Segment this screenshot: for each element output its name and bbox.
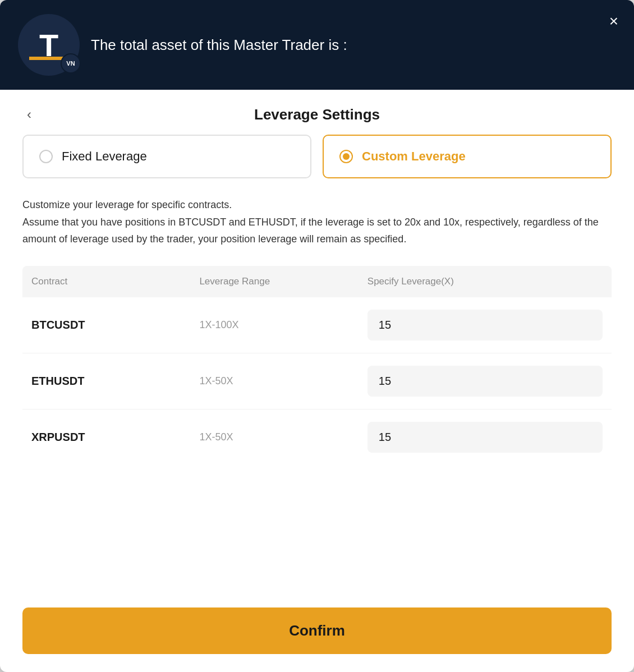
table-header: Contract Leverage Range Specify Leverage… xyxy=(22,266,612,297)
header-specify: Specify Leverage(X) xyxy=(367,276,603,287)
leverage-range: 1X-50X xyxy=(199,431,367,443)
page-title: Leverage Settings xyxy=(45,106,589,123)
leverage-settings-modal: T VN The total asset of this Master Trad… xyxy=(0,0,634,672)
confirm-button[interactable]: Confirm xyxy=(22,607,612,654)
radio-selected-dot xyxy=(343,153,350,160)
description-text: Customize your leverage for specific con… xyxy=(0,196,634,266)
modal-header: T VN The total asset of this Master Trad… xyxy=(0,0,634,90)
fixed-leverage-option[interactable]: Fixed Leverage xyxy=(22,135,311,178)
avatar-icon: T xyxy=(29,30,68,60)
xrpusdt-leverage-input[interactable] xyxy=(367,422,603,453)
close-button[interactable]: × xyxy=(607,11,621,31)
modal-content: ‹ Leverage Settings Fixed Leverage Custo… xyxy=(0,90,634,672)
header-range: Leverage Range xyxy=(199,276,367,287)
custom-leverage-option[interactable]: Custom Leverage xyxy=(323,135,612,178)
description-line2: Assume that you have positions in BTCUSD… xyxy=(22,217,599,245)
contract-name: BTCUSDT xyxy=(31,319,199,332)
title-bar: ‹ Leverage Settings xyxy=(0,90,634,135)
fixed-leverage-label: Fixed Leverage xyxy=(62,149,147,164)
vn-badge: VN xyxy=(61,53,81,73)
header-description: The total asset of this Master Trader is… xyxy=(91,36,616,54)
custom-leverage-radio[interactable] xyxy=(339,150,353,163)
leverage-range: 1X-100X xyxy=(199,319,367,331)
fixed-leverage-radio[interactable] xyxy=(39,150,53,163)
table-row: BTCUSDT 1X-100X xyxy=(22,297,612,353)
custom-leverage-label: Custom Leverage xyxy=(362,149,466,164)
contract-name: XRPUSDT xyxy=(31,431,199,444)
btcusdt-leverage-input[interactable] xyxy=(367,310,603,340)
back-button[interactable]: ‹ xyxy=(22,105,36,123)
options-row: Fixed Leverage Custom Leverage xyxy=(0,135,634,196)
leverage-range: 1X-50X xyxy=(199,375,367,387)
table-row: ETHUSDT 1X-50X xyxy=(22,353,612,409)
contract-name: ETHUSDT xyxy=(31,375,199,388)
table-row: XRPUSDT 1X-50X xyxy=(22,409,612,465)
leverage-table: Contract Leverage Range Specify Leverage… xyxy=(0,266,634,596)
avatar-container: T VN xyxy=(18,14,80,76)
ethusdt-leverage-input[interactable] xyxy=(367,366,603,397)
description-line1: Customize your leverage for specific con… xyxy=(22,199,232,210)
header-contract: Contract xyxy=(31,276,199,287)
